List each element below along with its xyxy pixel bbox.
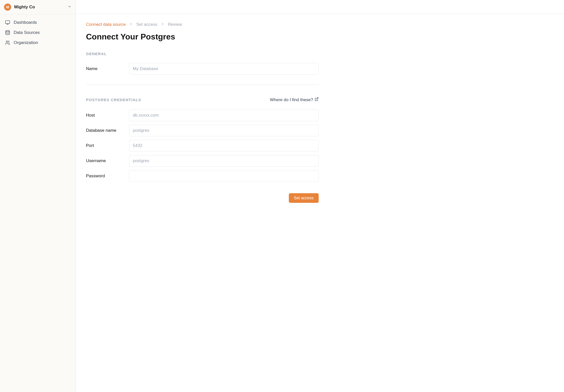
form-row-password: Password xyxy=(86,170,319,182)
section-label-general: GENERAL xyxy=(86,52,319,56)
form-row-dbname: Database name xyxy=(86,125,319,136)
sidebar-item-dashboards[interactable]: Dashboards xyxy=(2,17,74,28)
breadcrumb-step-connect[interactable]: Connect data source xyxy=(86,22,126,27)
chevron-down-icon xyxy=(68,5,72,10)
credentials-header: POSTGRES CREDENTIALS Where do I find the… xyxy=(86,97,319,102)
sidebar-item-label: Data Sources xyxy=(14,30,40,35)
svg-point-3 xyxy=(6,31,10,32)
password-input[interactable] xyxy=(129,170,319,182)
port-input[interactable] xyxy=(129,140,319,151)
org-avatar: M xyxy=(4,4,11,11)
svg-point-4 xyxy=(6,41,8,43)
page-title: Connect Your Postgres xyxy=(86,32,319,41)
port-label: Port xyxy=(86,143,129,148)
form-row-port: Port xyxy=(86,140,319,151)
chevron-right-icon xyxy=(129,22,133,27)
svg-rect-0 xyxy=(6,21,10,24)
monitor-icon xyxy=(5,20,10,25)
database-icon xyxy=(5,30,10,35)
divider xyxy=(86,85,319,85)
set-access-button[interactable]: Set access xyxy=(289,193,319,203)
users-icon xyxy=(5,40,10,45)
breadcrumb-step-review: Review xyxy=(168,22,182,27)
breadcrumb: Connect data source Set access Review xyxy=(86,22,319,27)
svg-line-5 xyxy=(316,98,318,99)
username-input[interactable] xyxy=(129,155,319,167)
sidebar-nav: Dashboards Data Sources Organization xyxy=(0,14,76,51)
password-label: Password xyxy=(86,173,129,179)
username-label: Username xyxy=(86,158,129,163)
org-name: Mighty Co xyxy=(14,5,64,10)
form-row-name: Name xyxy=(86,63,319,75)
actions: Set access xyxy=(86,193,319,203)
dbname-input[interactable] xyxy=(129,125,319,136)
host-input[interactable] xyxy=(129,110,319,121)
sidebar-item-label: Dashboards xyxy=(14,20,37,25)
breadcrumb-step-access: Set access xyxy=(136,22,157,27)
help-link-text: Where do I find these? xyxy=(270,97,313,102)
section-label-credentials: POSTGRES CREDENTIALS xyxy=(86,98,141,102)
content: Connect data source Set access Review Co… xyxy=(76,14,329,213)
sidebar-item-data-sources[interactable]: Data Sources xyxy=(2,28,74,38)
topbar xyxy=(76,0,564,14)
dbname-label: Database name xyxy=(86,128,129,133)
host-label: Host xyxy=(86,113,129,118)
form-row-host: Host xyxy=(86,110,319,121)
org-switcher[interactable]: M Mighty Co xyxy=(0,0,76,14)
form-row-username: Username xyxy=(86,155,319,167)
chevron-right-icon xyxy=(161,22,164,27)
sidebar: M Mighty Co Dashboards Data Sources Orga… xyxy=(0,0,76,392)
external-link-icon xyxy=(315,97,319,102)
credentials-help-link[interactable]: Where do I find these? xyxy=(270,97,319,102)
name-input[interactable] xyxy=(129,63,319,75)
main: Connect data source Set access Review Co… xyxy=(76,0,564,392)
sidebar-item-label: Organization xyxy=(14,40,38,45)
name-label: Name xyxy=(86,66,129,71)
sidebar-item-organization[interactable]: Organization xyxy=(2,38,74,48)
